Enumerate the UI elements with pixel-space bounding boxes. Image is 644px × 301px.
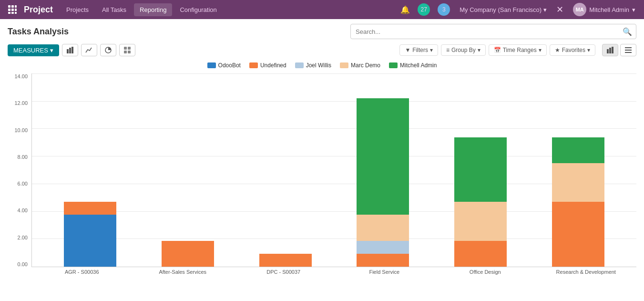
x-label-3: Field Service — [334, 269, 435, 277]
legend-label-undefined: Undefined — [260, 62, 286, 69]
bar-segment-5-1 — [552, 163, 604, 202]
bar-stack-2[interactable] — [259, 254, 312, 267]
favorites-dropdown-icon: ▾ — [587, 47, 590, 53]
svg-rect-11 — [72, 47, 73, 53]
bar-stack-4[interactable] — [454, 137, 507, 267]
bar-segment-5-2 — [552, 137, 604, 163]
chat-button[interactable]: 3 — [436, 1, 452, 18]
bar-stack-1[interactable] — [162, 241, 214, 267]
legend-label-odoobot: OdooBot — [218, 62, 241, 69]
y-tick-10: 10.00 — [14, 127, 28, 133]
nav-projects[interactable]: Projects — [61, 3, 94, 16]
filters-button[interactable]: ▼ Filters ▾ — [399, 44, 438, 56]
svg-rect-18 — [609, 48, 611, 53]
time-ranges-button[interactable]: 📅 Time Ranges ▾ — [489, 44, 547, 56]
search-input[interactable] — [351, 28, 619, 35]
svg-rect-20 — [625, 47, 632, 48]
legend-color-joel — [295, 62, 304, 68]
svg-rect-22 — [625, 52, 632, 53]
pie-chart-view-button[interactable] — [100, 44, 116, 56]
chat-count: 3 — [442, 6, 446, 13]
nav-reporting[interactable]: Reporting — [134, 3, 172, 16]
calendar-icon: 📅 — [494, 47, 501, 53]
svg-rect-21 — [625, 50, 632, 51]
chart-container: OdooBot Undefined Joel Willis Marc Demo … — [0, 58, 644, 279]
bars-area — [32, 73, 636, 267]
measures-dropdown-icon: ▾ — [50, 47, 53, 54]
bar-group-4 — [454, 137, 507, 267]
user-menu[interactable]: MA Mitchell Admin ▾ — [569, 1, 639, 18]
messages-count: 27 — [421, 6, 427, 13]
y-tick-12: 12.00 — [14, 100, 28, 106]
bar-segment-3-0 — [357, 254, 409, 267]
user-avatar: MA — [573, 3, 586, 16]
favorites-button[interactable]: ★ Favorites ▾ — [550, 44, 595, 56]
line-chart-view-button[interactable] — [81, 44, 97, 56]
legend-undefined: Undefined — [249, 62, 286, 69]
toolbar-left: MEASURES ▾ — [8, 44, 135, 56]
bar-group-1 — [162, 241, 214, 267]
search-bar: 🔍 — [350, 24, 636, 39]
time-ranges-label: Time Ranges — [503, 47, 537, 53]
svg-rect-13 — [124, 47, 127, 50]
main-nav: Projects All Tasks Reporting Configurati… — [61, 3, 399, 16]
nav-all-tasks[interactable]: All Tasks — [96, 3, 132, 16]
bar-chart-view-button[interactable] — [62, 44, 78, 56]
company-dropdown-icon: ▾ — [543, 6, 547, 13]
filters-label: Filters — [412, 47, 428, 53]
bar-stack-5[interactable] — [552, 137, 604, 267]
chart-wrapper: 14.00 12.00 10.00 8.00 6.00 4.00 2.00 0.… — [8, 73, 636, 279]
nav-configuration[interactable]: Configuration — [174, 3, 222, 16]
svg-rect-16 — [128, 51, 131, 53]
y-tick-2: 2.00 — [18, 235, 28, 240]
x-label-5: Research & Development — [536, 269, 637, 277]
measures-button[interactable]: MEASURES ▾ — [8, 44, 59, 56]
apps-menu-button[interactable] — [5, 2, 20, 17]
messages-button[interactable]: 27 — [416, 1, 432, 18]
user-dropdown-icon: ▾ — [632, 6, 635, 13]
list-view-toggle[interactable] — [620, 44, 636, 56]
chart-plot-area — [31, 73, 636, 267]
legend-label-mitchell: Mitchell Admin — [400, 62, 437, 69]
bar-segment-4-0 — [454, 241, 507, 267]
bar-segment-3-3 — [357, 98, 409, 215]
favorites-label: Favorites — [562, 47, 585, 53]
legend-joel: Joel Willis — [295, 62, 331, 69]
group-by-icon: ≡ — [446, 47, 450, 53]
bar-segment-0-0 — [64, 215, 116, 267]
y-tick-4: 4.00 — [18, 208, 28, 213]
x-label-1: After-Sales Services — [133, 269, 234, 277]
star-icon: ★ — [555, 47, 560, 53]
bar-group-5 — [552, 137, 604, 267]
legend-odoobot: OdooBot — [207, 62, 241, 69]
search-button[interactable]: 🔍 — [619, 25, 636, 38]
bar-segment-3-2 — [357, 215, 409, 240]
measures-label: MEASURES — [13, 47, 48, 54]
toolbar-right: ▼ Filters ▾ ≡ Group By ▾ 📅 Time Ranges ▾… — [399, 44, 636, 56]
svg-rect-10 — [69, 48, 71, 53]
toolbar: MEASURES ▾ — [0, 42, 644, 58]
chart-inner: AGR - S00036After-Sales ServicesDPC - S0… — [31, 73, 636, 279]
bar-stack-0[interactable] — [64, 202, 116, 267]
bar-stack-3[interactable] — [357, 98, 409, 267]
bar-segment-4-1 — [454, 202, 507, 240]
notifications-button[interactable]: 🔔 — [399, 3, 412, 16]
legend-label-joel: Joel Willis — [306, 62, 331, 69]
legend-color-marc — [340, 62, 348, 68]
filters-dropdown-icon: ▾ — [430, 47, 433, 53]
svg-rect-15 — [124, 51, 127, 53]
company-name: My Company (San Francisco) — [460, 6, 542, 13]
group-by-dropdown-icon: ▾ — [478, 47, 480, 53]
bar-segment-1-0 — [162, 241, 214, 267]
x-label-0: AGR - S00036 — [31, 269, 133, 277]
company-selector[interactable]: My Company (San Francisco) ▾ — [456, 4, 551, 15]
svg-rect-1 — [11, 5, 14, 8]
svg-rect-9 — [67, 49, 69, 53]
app-title: Project — [20, 5, 61, 15]
navbar-right: 🔔 27 3 My Company (San Francisco) ▾ ✕ MA… — [399, 1, 639, 18]
group-by-button[interactable]: ≡ Group By ▾ — [441, 44, 486, 56]
pivot-view-button[interactable] — [119, 44, 135, 56]
chart-view-toggle[interactable] — [602, 44, 618, 56]
svg-rect-14 — [128, 47, 131, 50]
close-button[interactable]: ✕ — [554, 2, 565, 17]
